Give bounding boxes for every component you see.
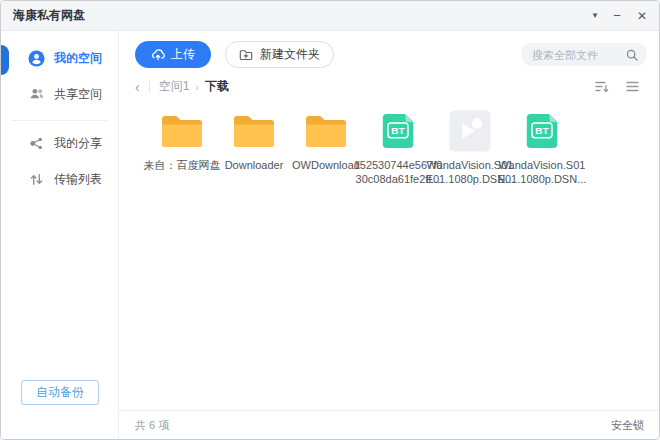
breadcrumb-current: 下载 bbox=[205, 78, 229, 95]
upload-button[interactable]: 上传 bbox=[135, 41, 211, 68]
app-window: 海康私有网盘 ▾ − ✕ 我的空间 共享空间 bbox=[0, 0, 660, 440]
sidebar-item-label: 我的分享 bbox=[54, 135, 102, 152]
file-item[interactable]: BT WandaVision.S01 E01.1080p.DSN... bbox=[506, 108, 578, 186]
toolbar: 上传 新建文件夹 bbox=[119, 31, 659, 70]
search-icon[interactable] bbox=[626, 49, 638, 61]
cloud-upload-icon bbox=[151, 49, 165, 61]
window-title: 海康私有网盘 bbox=[13, 7, 85, 24]
breadcrumb-divider bbox=[149, 81, 150, 93]
file-grid: 来自：百度网盘 Downloader OWDownload BT 1525307… bbox=[119, 99, 659, 186]
back-button[interactable]: ‹ bbox=[135, 80, 140, 94]
titlebar: 海康私有网盘 ▾ − ✕ bbox=[1, 1, 659, 31]
shared-space-icon bbox=[28, 86, 45, 102]
window-controls: ▾ − ✕ bbox=[593, 9, 647, 22]
breadcrumb: ‹ 空间1 › 下载 bbox=[119, 70, 659, 99]
breadcrumb-root[interactable]: 空间1 bbox=[159, 78, 190, 95]
video-file-icon bbox=[449, 108, 491, 154]
new-folder-button[interactable]: 新建文件夹 bbox=[225, 41, 334, 68]
new-folder-label: 新建文件夹 bbox=[260, 46, 320, 63]
app-body: 我的空间 共享空间 我的分享 传输列表 自动备份 bbox=[1, 31, 659, 439]
search-box bbox=[521, 43, 647, 66]
share-icon bbox=[28, 136, 45, 151]
statusbar: 共 6 项 安全锁 bbox=[119, 410, 659, 439]
file-area: 来自：百度网盘 Downloader OWDownload BT 1525307… bbox=[119, 99, 659, 410]
my-space-icon bbox=[28, 50, 45, 67]
close-button[interactable]: ✕ bbox=[637, 10, 647, 22]
svg-text:BT: BT bbox=[535, 125, 548, 136]
folder-icon bbox=[159, 108, 205, 154]
sidebar-item-my-shares[interactable]: 我的分享 bbox=[1, 133, 118, 153]
sidebar: 我的空间 共享空间 我的分享 传输列表 自动备份 bbox=[1, 31, 119, 439]
sidebar-item-transfer-list[interactable]: 传输列表 bbox=[1, 169, 118, 189]
sidebar-divider bbox=[11, 120, 108, 121]
transfer-arrows-icon bbox=[28, 172, 45, 187]
sidebar-item-my-space[interactable]: 我的空间 bbox=[1, 48, 118, 68]
bt-file-icon: BT bbox=[523, 108, 561, 154]
bt-file-icon: BT bbox=[379, 108, 417, 154]
file-name: WandaVision.S01 E01.1080p.DSN... bbox=[493, 159, 591, 186]
breadcrumb-separator: › bbox=[195, 81, 199, 93]
minimize-button[interactable]: − bbox=[613, 9, 621, 22]
sidebar-item-label: 传输列表 bbox=[54, 171, 102, 188]
view-controls bbox=[595, 81, 643, 93]
auto-backup-button[interactable]: 自动备份 bbox=[21, 380, 99, 405]
sidebar-collapse-handle[interactable] bbox=[1, 45, 9, 75]
sort-icon[interactable] bbox=[595, 81, 609, 93]
items-count: 共 6 项 bbox=[135, 418, 169, 433]
security-lock-button[interactable]: 安全锁 bbox=[611, 418, 644, 433]
folder-icon bbox=[231, 108, 277, 154]
sidebar-item-label: 共享空间 bbox=[54, 86, 102, 103]
window-menu-button[interactable]: ▾ bbox=[593, 11, 598, 20]
sidebar-item-label: 我的空间 bbox=[54, 50, 102, 67]
folder-icon bbox=[303, 108, 349, 154]
search-input[interactable] bbox=[532, 49, 626, 61]
svg-text:BT: BT bbox=[391, 125, 404, 136]
new-folder-icon bbox=[239, 48, 253, 61]
list-view-icon[interactable] bbox=[626, 81, 639, 92]
sidebar-item-shared-space[interactable]: 共享空间 bbox=[1, 84, 118, 104]
main-panel: 上传 新建文件夹 ‹ 空间1 › bbox=[119, 31, 659, 439]
upload-label: 上传 bbox=[171, 46, 195, 63]
